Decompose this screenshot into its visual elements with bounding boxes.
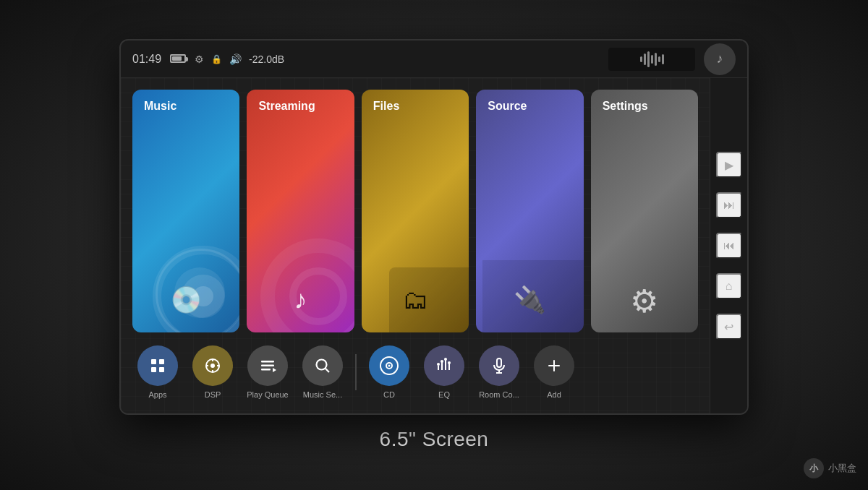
- status-time: 01:49: [132, 53, 161, 66]
- dsp-circle: [192, 345, 233, 386]
- search-icon: [314, 357, 331, 374]
- tile-files[interactable]: Files 🗂: [362, 90, 469, 332]
- tile-settings[interactable]: Settings ⚙: [591, 90, 698, 332]
- icon-playqueue-label: Play Queue: [247, 390, 288, 399]
- add-circle: [534, 345, 574, 386]
- cd-circle: [369, 345, 409, 386]
- icon-eq[interactable]: EQ: [419, 345, 469, 399]
- icon-playqueue[interactable]: Play Queue: [242, 345, 293, 399]
- tile-music-label: Music: [144, 100, 176, 113]
- icon-roomco[interactable]: Room Co...: [474, 345, 524, 399]
- svg-point-26: [448, 361, 451, 364]
- tile-settings-label: Settings: [603, 100, 648, 113]
- eq-icon: [435, 357, 453, 374]
- svg-rect-10: [261, 361, 274, 363]
- files-decor: [389, 267, 469, 332]
- icon-dsp-label: DSP: [205, 390, 221, 399]
- svg-point-24: [441, 360, 443, 363]
- svg-rect-11: [261, 365, 274, 367]
- icon-dsp[interactable]: DSP: [187, 345, 238, 399]
- waveform-bars: [640, 51, 664, 67]
- back-button[interactable]: ↩: [716, 314, 742, 340]
- status-lock-icon: 🔒: [211, 54, 222, 64]
- device-frame: 01:49 ⚙ 🔒 🔊 -22.0dB: [119, 39, 749, 415]
- waveform-area: [608, 48, 695, 71]
- next-button[interactable]: ⏭: [716, 192, 742, 218]
- svg-marker-13: [273, 368, 276, 372]
- screen-label: 6.5" Screen: [380, 428, 489, 451]
- icon-roomco-label: Room Co...: [479, 390, 519, 399]
- prev-button[interactable]: ⏮: [716, 233, 742, 259]
- tile-source[interactable]: Source 🔌: [476, 90, 583, 332]
- tile-files-label: Files: [373, 100, 399, 113]
- icon-apps-label: Apps: [148, 390, 166, 399]
- svg-line-15: [326, 369, 329, 372]
- icon-apps[interactable]: Apps: [132, 345, 183, 399]
- svg-rect-2: [151, 367, 156, 372]
- cd-icon: [379, 356, 399, 376]
- tile-music[interactable]: Music 💿: [132, 90, 239, 332]
- icon-separator: [355, 354, 357, 390]
- tile-source-label: Source: [488, 100, 527, 113]
- svg-rect-0: [151, 359, 156, 364]
- files-icon: 🗂: [402, 285, 428, 315]
- settings-icon: ⚙: [630, 283, 658, 319]
- icon-cd-label: CD: [383, 390, 395, 399]
- music-icon: 💿: [170, 285, 203, 315]
- svg-point-18: [388, 365, 391, 367]
- eq-circle: [424, 345, 464, 386]
- status-bar: 01:49 ⚙ 🔒 🔊 -22.0dB: [121, 40, 747, 78]
- icon-add-label: Add: [547, 390, 561, 399]
- grid-area: Music 💿 Streaming ♪ Files: [121, 78, 710, 413]
- right-sidebar: ▶ ⏭ ⏮ ⌂ ↩: [710, 78, 747, 413]
- icon-add[interactable]: Add: [529, 345, 579, 399]
- svg-point-25: [444, 358, 447, 361]
- play-button[interactable]: ▶: [716, 152, 742, 178]
- icon-musicsearch[interactable]: Music Se...: [297, 345, 348, 399]
- svg-point-23: [437, 363, 440, 366]
- mic-icon: [490, 357, 508, 374]
- main-content: Music 💿 Streaming ♪ Files: [121, 78, 747, 413]
- battery-icon: [169, 53, 187, 66]
- svg-point-14: [317, 360, 327, 370]
- home-button[interactable]: ⌂: [716, 273, 742, 299]
- queue-icon: [259, 357, 276, 374]
- svg-rect-12: [261, 369, 271, 371]
- watermark-icon: 小: [804, 458, 824, 478]
- dsp-icon: [204, 357, 221, 374]
- svg-rect-31: [548, 365, 560, 366]
- musicsearch-circle: [302, 345, 343, 386]
- watermark-text: 小黑盒: [828, 462, 856, 475]
- tiles-row: Music 💿 Streaming ♪ Files: [132, 90, 698, 332]
- icons-row: Apps DSP: [132, 343, 698, 402]
- music-button[interactable]: ♪: [704, 43, 736, 75]
- status-gear-icon: ⚙: [195, 53, 204, 65]
- apps-grid-icon: [149, 357, 166, 374]
- tile-streaming-label: Streaming: [258, 100, 315, 113]
- playqueue-circle: [247, 345, 288, 386]
- svg-rect-1: [159, 359, 164, 364]
- svg-rect-3: [159, 367, 164, 372]
- watermark: 小 小黑盒: [804, 458, 856, 478]
- roomco-circle: [479, 345, 519, 386]
- icon-eq-label: EQ: [438, 390, 450, 399]
- status-speaker-icon: 🔊: [229, 53, 242, 65]
- streaming-icon: ♪: [294, 285, 307, 315]
- apps-circle: [137, 345, 178, 386]
- svg-point-9: [210, 364, 215, 368]
- svg-rect-27: [497, 358, 501, 367]
- status-volume: -22.0dB: [249, 53, 284, 65]
- add-icon: [545, 357, 563, 374]
- source-icon: 🔌: [514, 285, 546, 315]
- icon-cd[interactable]: CD: [364, 345, 414, 399]
- icon-musicsearch-label: Music Se...: [303, 390, 342, 399]
- tile-streaming[interactable]: Streaming ♪: [247, 90, 354, 332]
